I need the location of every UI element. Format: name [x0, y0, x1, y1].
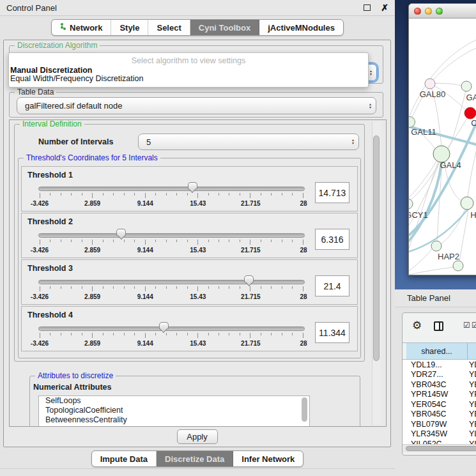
checkbox-icon[interactable]: ☑	[463, 321, 470, 329]
tab-row: NetworkStyleSelectCyni ToolboxjActiveMNo…	[0, 19, 395, 36]
threshold-value-field[interactable]: 14.713	[315, 182, 349, 203]
list-item[interactable]: SelfLoops	[39, 396, 309, 406]
table-row[interactable]: YBR045CYBR0	[403, 410, 476, 420]
scale-label: -3.426	[31, 293, 49, 300]
stepper-icon: ▴▾	[352, 139, 354, 145]
cell-shared-name: YLR345W	[403, 429, 463, 438]
slider-track[interactable]	[38, 326, 305, 331]
slider-thumb[interactable]	[116, 229, 126, 242]
table-row[interactable]: YDR27...YDR2	[403, 370, 476, 380]
number-of-intervals-combobox[interactable]: 5 ▴▾	[138, 134, 359, 150]
scale-label: -3.426	[31, 200, 49, 207]
network-edge	[409, 161, 440, 201]
tab-infer-network[interactable]: Infer Network	[233, 451, 303, 466]
algorithm-popup-item[interactable]: Equal Width/Frequency Discretization	[10, 74, 143, 83]
network-node[interactable]	[453, 261, 463, 271]
threshold-value-field[interactable]: 6.316	[315, 229, 349, 250]
tick-mark	[282, 240, 282, 242]
slider-threshold-4[interactable]: -3.4262.8599.14415.4321.71528	[38, 322, 305, 349]
close-traffic-light-icon[interactable]	[414, 8, 421, 15]
algorithm-popup-item[interactable]: Manual Discretization	[10, 66, 93, 75]
close-icon[interactable]: ✗	[381, 3, 388, 12]
network-node-c[interactable]	[464, 107, 476, 119]
cell-name: YBL0	[463, 420, 476, 429]
network-node-gcy1[interactable]	[409, 199, 413, 209]
threshold-cells: Threshold 1-3.4262.8599.14415.4321.71528…	[21, 166, 358, 351]
tab-discretize-data[interactable]: Discretize Data	[157, 451, 233, 466]
list-item[interactable]: TopologicalCoefficient	[39, 406, 309, 415]
tab-impute-data[interactable]: Impute Data	[92, 451, 157, 466]
slider-threshold-3[interactable]: -3.4262.8599.14415.4321.71528	[38, 275, 305, 302]
tick-mark	[155, 333, 156, 335]
tab-cyni-toolbox[interactable]: Cyni Toolbox	[190, 20, 259, 35]
tick-mark	[197, 286, 198, 291]
scale-label: 15.43	[190, 340, 206, 347]
network-node-label: GAL11	[411, 127, 436, 137]
table-row[interactable]: YBL079WYBL0	[403, 419, 476, 429]
tick-mark	[50, 240, 50, 242]
tab-jactivemnodules[interactable]: jActiveMNodules	[259, 20, 343, 35]
table-row[interactable]: YIL052CYIL0	[403, 439, 476, 444]
tab-select[interactable]: Select	[148, 20, 190, 35]
table-row[interactable]: YPR145WYPR1	[403, 390, 476, 400]
network-node-gal11[interactable]	[409, 117, 415, 128]
threshold-value-field[interactable]: 11.344	[315, 322, 349, 343]
tick-mark	[187, 240, 188, 242]
table-row[interactable]: YBR043CYBR0	[403, 380, 476, 390]
scale-label: 2.859	[84, 293, 100, 300]
column-header-name[interactable]: na	[468, 343, 476, 359]
tab-label: jActiveMNodules	[268, 23, 335, 33]
column-header-shared-name[interactable]: shared...	[406, 343, 468, 359]
network-canvas[interactable]: GAL80GACGAL11GAL4GCY1HHAP2	[409, 19, 476, 275]
network-node-ga[interactable]	[461, 81, 472, 91]
slider-thumb[interactable]	[159, 322, 169, 335]
slider-thumb[interactable]	[188, 182, 197, 195]
tab-network[interactable]: Network	[52, 20, 111, 35]
tick-mark	[240, 333, 240, 335]
scale-label: 2.859	[84, 340, 100, 347]
apply-button[interactable]: Apply	[177, 429, 218, 444]
cell-name: YIL0	[463, 440, 476, 444]
minimize-traffic-light-icon[interactable]	[425, 8, 432, 15]
split-columns-icon[interactable]	[434, 321, 443, 331]
table-row[interactable]: YER054CYER0	[403, 399, 476, 410]
table-hscrollbar-thumb[interactable]	[406, 446, 476, 451]
slider-track[interactable]	[38, 280, 305, 284]
slider-ticks	[40, 333, 303, 339]
cell-shared-name: YBR043C	[403, 380, 463, 389]
network-node-hap2[interactable]	[431, 241, 441, 251]
network-node-gal80[interactable]	[425, 79, 435, 89]
settings-scrollbar-thumb[interactable]	[373, 135, 380, 361]
number-of-intervals-label: Number of Intervals	[38, 137, 113, 146]
network-window-titlebar[interactable]	[409, 4, 476, 19]
slider-threshold-2[interactable]: -3.4262.8599.14415.4321.71528	[38, 229, 305, 256]
checkbox-icon[interactable]: ☑	[472, 321, 476, 329]
tab-style[interactable]: Style	[111, 20, 148, 35]
settings-scroll-panel: Interval Definition Number of Intervals …	[9, 119, 387, 427]
table-row[interactable]: YLR345WYLR3	[403, 429, 476, 440]
settings-scrollbar[interactable]	[372, 121, 381, 425]
threshold-value-field[interactable]: 21.4	[315, 275, 349, 296]
tick-mark	[124, 286, 125, 289]
list-scrollbar[interactable]	[302, 397, 307, 422]
tick-mark	[261, 193, 261, 196]
table-row[interactable]: YDL19...YDL1	[403, 360, 476, 370]
slider-threshold-1[interactable]: -3.4262.8599.14415.4321.71528	[38, 182, 305, 209]
algorithm-popup: Select algorithm to view settings Manual…	[8, 52, 369, 88]
slider-row: -3.4262.8599.14415.4321.7152821.4	[38, 275, 349, 302]
list-item[interactable]: BetweennessCentrality	[39, 415, 309, 425]
table-data-combobox[interactable]: galFiltered.sif default node ▴▾	[17, 97, 376, 114]
float-window-icon[interactable]	[364, 4, 371, 11]
slider-track[interactable]	[38, 187, 305, 191]
slider-thumb[interactable]	[244, 275, 254, 288]
table-hscrollbar[interactable]	[403, 444, 476, 452]
cell-shared-name: YIL052C	[403, 440, 463, 444]
zoom-traffic-light-icon[interactable]	[436, 8, 443, 15]
network-node-h[interactable]	[461, 197, 473, 210]
gear-icon[interactable]: ⚙	[412, 320, 422, 331]
tick-mark	[219, 240, 219, 242]
slider-track[interactable]	[38, 233, 305, 238]
tick-mark	[197, 333, 198, 338]
cell-shared-name: YPR145W	[403, 390, 463, 399]
numerical-attributes-list[interactable]: SelfLoopsTopologicalCoefficientBetweenne…	[38, 395, 310, 427]
